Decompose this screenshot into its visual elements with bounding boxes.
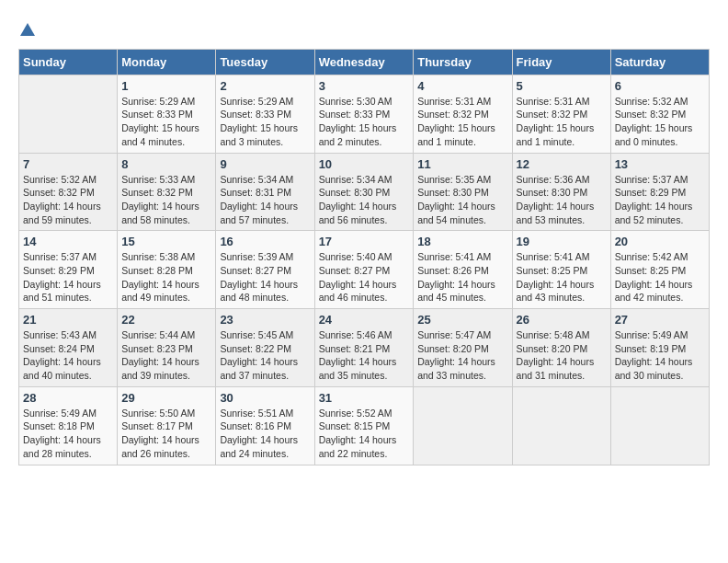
day-number: 10 [319,157,410,171]
day-info: Sunrise: 5:32 AMSunset: 8:32 PMDaylight:… [23,173,113,227]
day-number: 28 [23,391,113,405]
day-info: Sunrise: 5:33 AMSunset: 8:32 PMDaylight:… [121,173,211,227]
week-row-4: 21Sunrise: 5:43 AMSunset: 8:24 PMDayligh… [19,309,710,387]
day-number: 23 [220,313,310,327]
day-number: 11 [417,157,507,171]
day-cell: 30Sunrise: 5:51 AMSunset: 8:16 PMDayligh… [216,386,314,465]
header-saturday: Saturday [610,49,709,75]
day-info: Sunrise: 5:31 AMSunset: 8:32 PMDaylight:… [417,95,507,149]
day-info: Sunrise: 5:43 AMSunset: 8:24 PMDaylight:… [23,328,113,383]
day-info: Sunrise: 5:46 AMSunset: 8:21 PMDaylight:… [319,328,410,383]
day-info: Sunrise: 5:52 AMSunset: 8:15 PMDaylight:… [319,407,410,461]
day-number: 7 [23,157,113,171]
day-info: Sunrise: 5:31 AMSunset: 8:32 PMDaylight:… [517,95,607,149]
day-info: Sunrise: 5:39 AMSunset: 8:27 PMDaylight:… [220,250,310,304]
week-row-2: 7Sunrise: 5:32 AMSunset: 8:32 PMDaylight… [19,153,710,231]
day-cell: 1Sunrise: 5:29 AMSunset: 8:33 PMDaylight… [118,75,216,153]
day-number: 17 [319,235,410,248]
day-info: Sunrise: 5:44 AMSunset: 8:23 PMDaylight:… [121,328,211,383]
day-number: 3 [319,79,410,93]
header-tuesday: Tuesday [216,49,314,75]
day-number: 12 [517,157,607,171]
day-number: 5 [517,79,607,93]
day-number: 31 [319,391,410,405]
day-number: 27 [615,313,705,327]
header-friday: Friday [512,49,610,75]
logo [18,18,35,40]
day-info: Sunrise: 5:34 AMSunset: 8:30 PMDaylight:… [319,173,410,227]
header-monday: Monday [118,49,216,75]
day-info: Sunrise: 5:41 AMSunset: 8:26 PMDaylight:… [417,250,507,304]
day-cell: 29Sunrise: 5:50 AMSunset: 8:17 PMDayligh… [118,386,216,465]
day-cell: 7Sunrise: 5:32 AMSunset: 8:32 PMDaylight… [19,153,118,231]
day-number: 21 [23,313,113,327]
day-info: Sunrise: 5:34 AMSunset: 8:31 PMDaylight:… [220,173,310,227]
day-cell: 22Sunrise: 5:44 AMSunset: 8:23 PMDayligh… [118,309,216,387]
header-wednesday: Wednesday [314,49,414,75]
day-number: 8 [121,157,211,171]
day-number: 9 [220,157,310,171]
day-info: Sunrise: 5:37 AMSunset: 8:29 PMDaylight:… [23,250,113,304]
page-header [18,18,710,40]
day-cell: 9Sunrise: 5:34 AMSunset: 8:31 PMDaylight… [216,153,314,231]
day-info: Sunrise: 5:29 AMSunset: 8:33 PMDaylight:… [220,95,310,149]
day-info: Sunrise: 5:32 AMSunset: 8:32 PMDaylight:… [615,95,705,149]
header-row: SundayMondayTuesdayWednesdayThursdayFrid… [19,49,710,75]
day-cell: 27Sunrise: 5:49 AMSunset: 8:19 PMDayligh… [610,309,709,387]
day-info: Sunrise: 5:29 AMSunset: 8:33 PMDaylight:… [121,95,211,149]
day-info: Sunrise: 5:45 AMSunset: 8:22 PMDaylight:… [220,328,310,383]
day-cell [414,386,512,465]
day-cell: 10Sunrise: 5:34 AMSunset: 8:30 PMDayligh… [314,153,414,231]
day-cell: 23Sunrise: 5:45 AMSunset: 8:22 PMDayligh… [216,309,314,387]
day-cell: 16Sunrise: 5:39 AMSunset: 8:27 PMDayligh… [216,231,314,309]
day-cell: 8Sunrise: 5:33 AMSunset: 8:32 PMDaylight… [118,153,216,231]
day-info: Sunrise: 5:30 AMSunset: 8:33 PMDaylight:… [319,95,410,149]
day-number: 13 [615,157,705,171]
day-cell: 3Sunrise: 5:30 AMSunset: 8:33 PMDaylight… [314,75,414,153]
day-cell: 2Sunrise: 5:29 AMSunset: 8:33 PMDaylight… [216,75,314,153]
header-thursday: Thursday [414,49,512,75]
day-info: Sunrise: 5:37 AMSunset: 8:29 PMDaylight:… [615,173,705,227]
day-cell: 28Sunrise: 5:49 AMSunset: 8:18 PMDayligh… [19,386,118,465]
day-cell: 15Sunrise: 5:38 AMSunset: 8:28 PMDayligh… [118,231,216,309]
day-number: 15 [121,235,211,248]
day-info: Sunrise: 5:51 AMSunset: 8:16 PMDaylight:… [220,407,310,461]
day-number: 6 [615,79,705,93]
logo-icon [20,23,35,36]
day-cell: 24Sunrise: 5:46 AMSunset: 8:21 PMDayligh… [314,309,414,387]
day-cell: 31Sunrise: 5:52 AMSunset: 8:15 PMDayligh… [314,386,414,465]
day-number: 29 [121,391,211,405]
day-cell: 13Sunrise: 5:37 AMSunset: 8:29 PMDayligh… [610,153,709,231]
day-number: 26 [517,313,607,327]
day-info: Sunrise: 5:48 AMSunset: 8:20 PMDaylight:… [517,328,607,383]
day-cell: 26Sunrise: 5:48 AMSunset: 8:20 PMDayligh… [512,309,610,387]
day-number: 14 [23,235,113,248]
day-number: 24 [319,313,410,327]
calendar-table: SundayMondayTuesdayWednesdayThursdayFrid… [18,49,710,465]
day-number: 25 [417,313,507,327]
day-number: 16 [220,235,310,248]
day-number: 19 [517,235,607,248]
day-cell [610,386,709,465]
day-info: Sunrise: 5:35 AMSunset: 8:30 PMDaylight:… [417,173,507,227]
day-info: Sunrise: 5:41 AMSunset: 8:25 PMDaylight:… [517,250,607,304]
day-cell: 4Sunrise: 5:31 AMSunset: 8:32 PMDaylight… [414,75,512,153]
day-cell: 25Sunrise: 5:47 AMSunset: 8:20 PMDayligh… [414,309,512,387]
day-info: Sunrise: 5:36 AMSunset: 8:30 PMDaylight:… [517,173,607,227]
day-info: Sunrise: 5:38 AMSunset: 8:28 PMDaylight:… [121,250,211,304]
day-cell [512,386,610,465]
week-row-1: 1Sunrise: 5:29 AMSunset: 8:33 PMDaylight… [19,75,710,153]
week-row-3: 14Sunrise: 5:37 AMSunset: 8:29 PMDayligh… [19,231,710,309]
day-cell: 18Sunrise: 5:41 AMSunset: 8:26 PMDayligh… [414,231,512,309]
logo-line1 [18,18,35,40]
day-cell: 14Sunrise: 5:37 AMSunset: 8:29 PMDayligh… [19,231,118,309]
day-info: Sunrise: 5:47 AMSunset: 8:20 PMDaylight:… [417,328,507,383]
day-cell: 17Sunrise: 5:40 AMSunset: 8:27 PMDayligh… [314,231,414,309]
day-number: 1 [121,79,211,93]
day-cell: 19Sunrise: 5:41 AMSunset: 8:25 PMDayligh… [512,231,610,309]
svg-marker-0 [20,23,35,36]
day-cell: 20Sunrise: 5:42 AMSunset: 8:25 PMDayligh… [610,231,709,309]
day-number: 22 [121,313,211,327]
day-cell [19,75,118,153]
day-number: 20 [615,235,705,248]
